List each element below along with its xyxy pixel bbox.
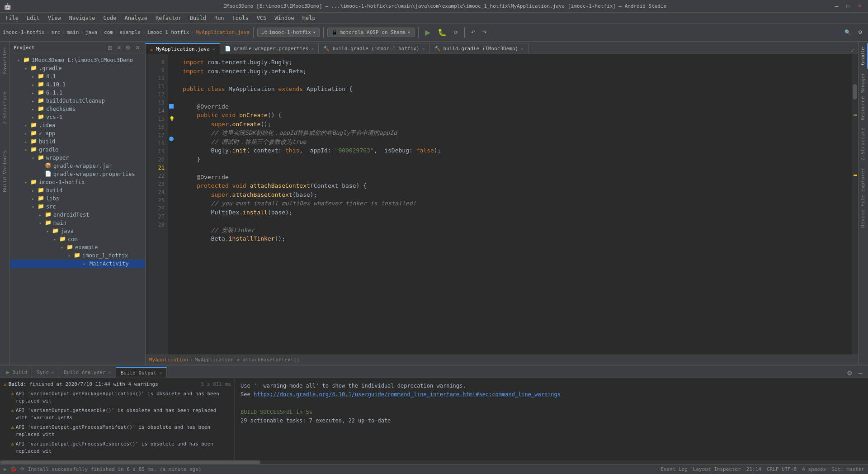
minimize-button[interactable]: ─ [832, 2, 841, 10]
vtab-gradle[interactable]: Gradle [859, 43, 868, 69]
maximize-button[interactable]: □ [844, 2, 852, 10]
menu-refactor[interactable]: Refactor [152, 14, 185, 22]
breakpoint-14[interactable] [169, 104, 174, 109]
tree-imooc-hotfix[interactable]: ▾ 📁 imooc-1-hotfix [10, 178, 145, 186]
branch-dropdown[interactable]: ⎇ imooc-1-hotfix ▾ [257, 28, 320, 37]
bottom-settings-btn[interactable]: ⚙ [845, 369, 854, 378]
bottom-tab-build-analyzer[interactable]: Build Analyzer ✕ [59, 367, 116, 378]
sync-button[interactable]: ⟳ [451, 28, 461, 37]
vtab-zstructure[interactable]: Z-Structure [0, 88, 9, 128]
vcs-status[interactable]: Git: master [831, 466, 864, 472]
menu-build[interactable]: Build [186, 14, 210, 22]
vtab-favorites[interactable]: Favorites [0, 43, 9, 78]
breadcrumb-main[interactable]: main [67, 29, 79, 35]
breadcrumb-java[interactable]: java [85, 29, 98, 35]
tree-example[interactable]: ▾ 📁 example [10, 243, 145, 251]
menu-vcs[interactable]: VCS [253, 14, 270, 22]
breadcrumb-hotfix[interactable]: imooc-1-hotfix [3, 29, 45, 35]
menu-edit[interactable]: Edit [23, 14, 43, 22]
tree-main[interactable]: ▾ 📁 main [10, 219, 145, 227]
tree-build-root[interactable]: ▸ 📁 build [10, 137, 145, 146]
tree-gradle[interactable]: ▾ 📁 .gradle [10, 64, 145, 72]
tree-androidtest[interactable]: ▸ 📁 androidTest [10, 211, 145, 219]
tree-root[interactable]: ▾ 📁 IMooc3Demo E:\imooc3\IMooc3Demo [10, 56, 145, 64]
tab-myapplication[interactable]: ☕ MyApplication.java ✕ [146, 43, 220, 54]
menu-view[interactable]: View [44, 14, 65, 22]
tree-gradle-wrapper-jar[interactable]: 📦 gradle-wrapper.jar [10, 162, 145, 170]
bottom-tab-sync[interactable]: Sync ✕ [32, 367, 59, 378]
bottom-tab-build-output[interactable]: Build Output ✕ [116, 367, 167, 378]
vtab-resource-manager[interactable]: Resource Manager [859, 69, 868, 124]
bottom-tab-ba-close[interactable]: ✕ [108, 370, 111, 375]
breadcrumb-file[interactable]: MyApplication.java [196, 29, 250, 35]
tree-build2[interactable]: ▸ 📁 build [10, 186, 145, 194]
tab-gwrapper-close[interactable]: ✕ [311, 46, 314, 51]
breadcrumb-pkg[interactable]: imooc_1_hotfix [147, 29, 189, 35]
device-dropdown[interactable]: 📱 motorola AOSP on Shama ▾ [327, 28, 414, 37]
undo-button[interactable]: ↶ [468, 28, 478, 37]
menu-run[interactable]: Run [211, 14, 228, 22]
bottom-minimize-btn[interactable]: ─ [856, 369, 864, 378]
menu-tools[interactable]: Tools [229, 14, 252, 22]
tree-buildoutputcleanup[interactable]: ▸ 📁 buildOutputCleanup [10, 97, 145, 105]
build-item-2[interactable]: ⚠ API 'variantOutput.getAssemble()' is o… [2, 406, 233, 423]
tree-vcs-1[interactable]: ▸ 📁 vcs-1 [10, 113, 145, 121]
bottom-scroll-thumb[interactable] [0, 460, 260, 464]
build-item-1[interactable]: ⚠ API 'variantOutput.getPackageApplicati… [2, 389, 233, 406]
sidebar-close-btn[interactable]: ✕ [134, 44, 142, 52]
tab-gradle-wrapper[interactable]: 📄 gradle-wrapper.properties ✕ [220, 43, 319, 54]
sidebar-collapse-btn[interactable]: ≡ [116, 44, 122, 52]
menu-help[interactable]: Help [299, 14, 319, 22]
breadcrumb-example[interactable]: example [120, 29, 141, 35]
bottom-tab-build[interactable]: ▶ Build [2, 367, 32, 378]
window-controls[interactable]: ─ □ ✕ [832, 2, 864, 10]
menu-code[interactable]: Code [100, 14, 120, 22]
menu-file[interactable]: File [2, 14, 22, 22]
redo-button[interactable]: ↷ [480, 28, 489, 37]
vtab-build-variants[interactable]: Build Variants [0, 147, 9, 196]
run-button[interactable]: ▶ [422, 27, 433, 38]
menu-navigate[interactable]: Navigate [66, 14, 99, 22]
search-button[interactable]: 🔍 [842, 28, 854, 37]
vtab-device-file-explorer[interactable]: Device File Explorer [859, 164, 868, 231]
layout-inspector[interactable]: Layout Inspector [693, 466, 741, 472]
tab-bg-close[interactable]: ✕ [521, 46, 524, 51]
close-button[interactable]: ✕ [855, 2, 864, 10]
breadcrumb-class[interactable]: MyApplication [149, 357, 188, 363]
build-output-link[interactable]: https://docs.gradle.org/4.10.1/userguide… [254, 391, 561, 398]
vtab-z-structure-right[interactable]: Z-Structure [859, 124, 868, 164]
sidebar-expand-btn[interactable]: ⊞ [106, 44, 114, 52]
tree-mainactivity[interactable]: ☕ MainActivity [10, 260, 145, 268]
menu-analyze[interactable]: Analyze [121, 14, 151, 22]
tree-gradle-wrapper-props[interactable]: 📄 gradle-wrapper.properties [10, 170, 145, 178]
event-log[interactable]: Event Log [660, 466, 688, 472]
tree-imooc-pkg[interactable]: ▾ 📁 imooc_1_hotfix [10, 251, 145, 260]
tree-gradle2[interactable]: ▾ 📁 gradle [10, 146, 145, 154]
tree-4.1[interactable]: ▸ 📁 4.1 [10, 72, 145, 81]
settings-button[interactable]: ⚙ [855, 28, 865, 37]
tree-java[interactable]: ▾ 📁 java [10, 227, 145, 235]
tree-src[interactable]: ▾ 📁 src [10, 203, 145, 211]
code-content[interactable]: import com.tencent.bugly.Bugly; import c… [177, 54, 852, 355]
breadcrumb-com[interactable]: com [104, 29, 113, 35]
tree-4.10.1[interactable]: ▸ 📁 4.10.1 [10, 81, 145, 89]
tree-wrapper[interactable]: ▾ 📁 wrapper [10, 154, 145, 162]
build-item-4[interactable]: ⚠ API 'variantOutput.getProcessResources… [2, 440, 233, 456]
tab-build-gradle-hotfix[interactable]: 🔨 build.gradle (imooc-1-hotfix) ✕ [319, 43, 429, 54]
bottom-tab-sync-close[interactable]: ✕ [52, 370, 54, 375]
tree-6.1.1[interactable]: ▸ 📁 6.1.1 [10, 89, 145, 97]
tree-app[interactable]: ▸ 📁 ✓ app [10, 129, 145, 137]
tab-bgh-close[interactable]: ✕ [422, 46, 425, 51]
tree-com[interactable]: ▾ 📁 com [10, 235, 145, 243]
tree-idea[interactable]: ▸ 📁 .idea [10, 121, 145, 129]
tree-checksums[interactable]: ▸ 📁 checksums [10, 105, 145, 113]
debug-button[interactable]: 🐛 [435, 27, 449, 38]
menu-window[interactable]: Window [271, 14, 297, 22]
sidebar-gear-btn[interactable]: ⚙ [124, 44, 132, 52]
tab-myapp-close[interactable]: ✕ [212, 47, 215, 52]
build-item-3[interactable]: ⚠ API 'variantOutput.getProcessManifest(… [2, 423, 233, 440]
tree-libs[interactable]: ▸ 📁 libs [10, 194, 145, 203]
breadcrumb-method[interactable]: MyApplication > attachBaseContext() [195, 357, 300, 363]
scroll-thumb[interactable] [853, 84, 857, 99]
bottom-tab-bo-close[interactable]: ✕ [159, 370, 162, 375]
